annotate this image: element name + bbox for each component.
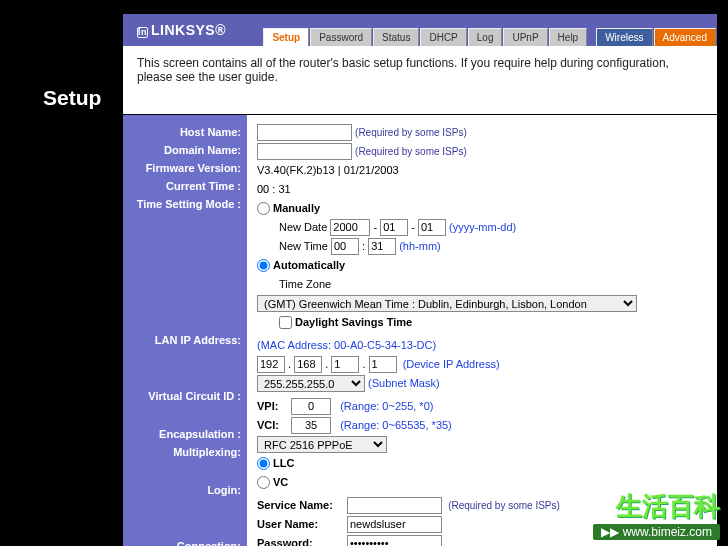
- lbl-mux: Multiplexing:: [129, 445, 241, 463]
- subnet-select[interactable]: 255.255.255.0: [257, 375, 365, 392]
- date-month-input[interactable]: [380, 219, 408, 236]
- tab-wireless[interactable]: Wireless: [596, 28, 652, 46]
- host-hint: (Required by some ISPs): [355, 127, 467, 138]
- host-input[interactable]: [257, 124, 352, 141]
- subnet-hint: (Subnet Mask): [368, 377, 440, 389]
- domain-hint: (Required by some ISPs): [355, 146, 467, 157]
- tz-label: Time Zone: [279, 278, 331, 290]
- dst-checkbox[interactable]: [279, 316, 292, 329]
- date-year-input[interactable]: [330, 219, 370, 236]
- lbl-host: Host Name:: [129, 125, 241, 143]
- newtime-label: New Time: [279, 240, 328, 252]
- fw-value: V3.40(FK.2)b13 | 01/21/2003: [257, 164, 399, 176]
- tab-help[interactable]: Help: [549, 28, 588, 46]
- vc-label: VC: [273, 476, 288, 488]
- lbl-fw: Firmware Version:: [129, 161, 241, 179]
- vci-hint: (Range: 0~65535, *35): [340, 419, 452, 431]
- time-hour-input[interactable]: [331, 238, 359, 255]
- help-panel: This screen contains all of the router's…: [123, 46, 717, 114]
- radio-manually[interactable]: [257, 202, 270, 215]
- help-text: This screen contains all of the router's…: [137, 56, 669, 84]
- lbl-mode: Time Setting Mode :: [129, 197, 241, 215]
- lbl-lan: LAN IP Address:: [129, 333, 241, 351]
- tab-dhcp[interactable]: DHCP: [420, 28, 466, 46]
- lbl-vc: Virtual Circuit ID :: [129, 389, 241, 407]
- pass-label: Password:: [257, 537, 347, 546]
- tab-status[interactable]: Status: [373, 28, 419, 46]
- brand-logo: lnLINKSYS®: [123, 22, 240, 38]
- lbl-encap: Encapsulation :: [129, 427, 241, 445]
- user-input[interactable]: [347, 516, 442, 533]
- radio-automatically[interactable]: [257, 259, 270, 272]
- vpi-input[interactable]: [291, 398, 331, 415]
- time-min-input[interactable]: [368, 238, 396, 255]
- lbl-domain: Domain Name:: [129, 143, 241, 161]
- vci-input[interactable]: [291, 417, 331, 434]
- label-column: Host Name: Domain Name: Firmware Version…: [123, 115, 247, 546]
- ip-oct2[interactable]: [294, 356, 322, 373]
- tab-password[interactable]: Password: [310, 28, 372, 46]
- page-title: Setup: [43, 86, 101, 110]
- newdate-label: New Date: [279, 221, 327, 233]
- user-label: User Name:: [257, 518, 347, 530]
- service-label: Service Name:: [257, 499, 347, 511]
- form-column: (Required by some ISPs) (Required by som…: [247, 115, 717, 546]
- radio-llc[interactable]: [257, 457, 270, 470]
- radio-vc[interactable]: [257, 476, 270, 489]
- manual-label: Manually: [273, 202, 320, 214]
- time-hint: (hh-mm): [399, 240, 441, 252]
- auto-label: Automatically: [273, 259, 345, 271]
- ip-oct1[interactable]: [257, 356, 285, 373]
- tab-log[interactable]: Log: [468, 28, 503, 46]
- domain-input[interactable]: [257, 143, 352, 160]
- pass-input[interactable]: [347, 535, 442, 547]
- lbl-conn: Connection:: [129, 539, 241, 546]
- top-bar: lnLINKSYS® Setup Password Status DHCP Lo…: [123, 14, 717, 46]
- date-hint: (yyyy-mm-dd): [449, 221, 516, 233]
- dst-label: Daylight Savings Time: [295, 316, 412, 328]
- logo-icon: ln: [137, 27, 148, 38]
- tab-upnp[interactable]: UPnP: [503, 28, 547, 46]
- tab-strip: Setup Password Status DHCP Log UPnP Help…: [263, 14, 717, 46]
- ip-oct3[interactable]: [331, 356, 359, 373]
- tab-setup[interactable]: Setup: [263, 28, 309, 46]
- vpi-hint: (Range: 0~255, *0): [340, 400, 433, 412]
- service-input[interactable]: [347, 497, 442, 514]
- date-day-input[interactable]: [418, 219, 446, 236]
- service-hint: (Required by some ISPs): [448, 500, 560, 511]
- llc-label: LLC: [273, 457, 294, 469]
- encap-select[interactable]: RFC 2516 PPPoE: [257, 436, 387, 453]
- ip-oct4[interactable]: [369, 356, 397, 373]
- lbl-login: Login:: [129, 483, 241, 501]
- timezone-select[interactable]: (GMT) Greenwich Mean Time : Dublin, Edin…: [257, 295, 637, 312]
- tab-advanced[interactable]: Advanced: [654, 28, 716, 46]
- vci-label: VCI:: [257, 419, 291, 431]
- mac-hint: (MAC Address: 00-A0-C5-34-13-DC): [257, 339, 436, 351]
- ip-hint: (Device IP Address): [403, 358, 500, 370]
- vpi-label: VPI:: [257, 400, 291, 412]
- current-time: 00 : 31: [257, 183, 291, 195]
- lbl-time: Current Time :: [129, 179, 241, 197]
